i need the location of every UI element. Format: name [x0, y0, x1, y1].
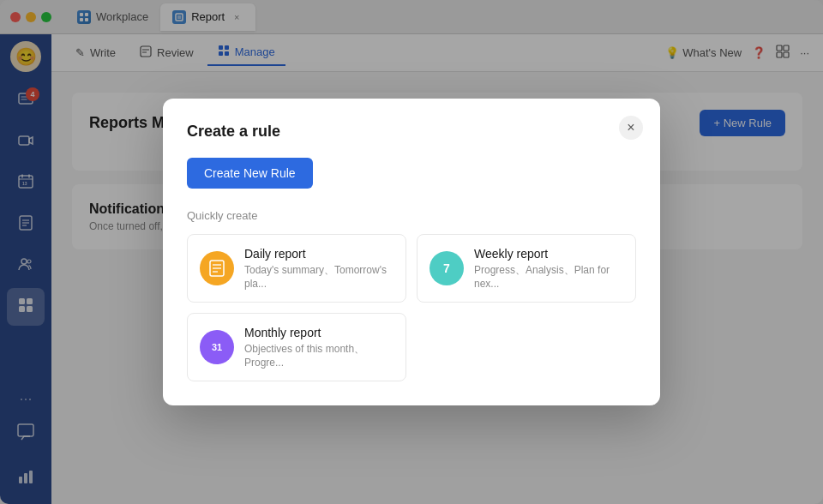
quickly-create-label: Quickly create — [187, 209, 636, 222]
daily-report-info: Daily report Today's summary、Tomorrow's … — [244, 247, 393, 290]
create-rule-modal: Create a rule × Create New Rule Quickly … — [163, 99, 660, 405]
monthly-report-card[interactable]: 31 Monthly report Objectives of this mon… — [187, 313, 406, 381]
modal-overlay[interactable]: Create a rule × Create New Rule Quickly … — [0, 0, 823, 504]
report-templates-grid: Daily report Today's summary、Tomorrow's … — [187, 234, 636, 381]
daily-report-icon — [200, 251, 234, 285]
monthly-report-info: Monthly report Objectives of this month、… — [244, 326, 393, 369]
weekly-report-desc: Progress、Analysis、Plan for nex... — [474, 263, 623, 290]
daily-report-desc: Today's summary、Tomorrow's pla... — [244, 263, 393, 290]
create-new-rule-button[interactable]: Create New Rule — [187, 158, 313, 189]
weekly-report-icon: 7 — [430, 251, 464, 285]
daily-report-card[interactable]: Daily report Today's summary、Tomorrow's … — [187, 234, 406, 303]
monthly-report-desc: Objectives of this month、Progre... — [244, 342, 393, 369]
monthly-report-icon: 31 — [200, 330, 234, 364]
weekly-report-name: Weekly report — [474, 247, 623, 261]
modal-title: Create a rule — [187, 123, 636, 141]
daily-report-name: Daily report — [244, 247, 393, 261]
modal-close-button[interactable]: × — [619, 116, 643, 140]
weekly-report-card[interactable]: 7 Weekly report Progress、Analysis、Plan f… — [417, 234, 636, 303]
monthly-report-name: Monthly report — [244, 326, 393, 339]
weekly-report-info: Weekly report Progress、Analysis、Plan for… — [474, 247, 623, 290]
